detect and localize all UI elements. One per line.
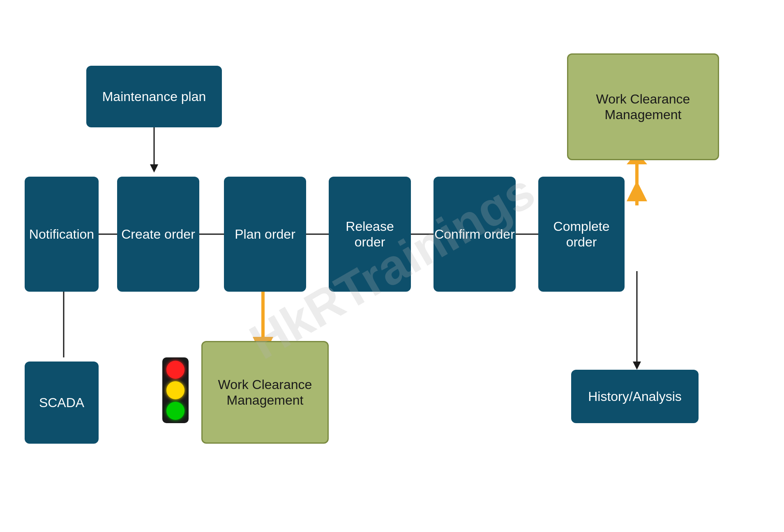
svg-marker-1 — [150, 164, 158, 173]
confirm-order-box: Confirm order — [434, 177, 516, 292]
wcm-bottom-box: Work Clearance Management — [201, 341, 329, 444]
svg-marker-12 — [627, 181, 647, 201]
traffic-light-red — [166, 361, 184, 379]
diagram-container: HkRTrainings Maintenance plan — [0, 0, 784, 532]
history-analysis-box: History/Analysis — [571, 370, 699, 423]
traffic-light-yellow — [166, 381, 184, 399]
traffic-light — [162, 357, 189, 423]
svg-marker-16 — [633, 362, 641, 370]
create-order-box: Create order — [117, 177, 199, 292]
plan-order-box: Plan order — [224, 177, 306, 292]
scada-box: SCADA — [25, 362, 99, 444]
traffic-light-green — [166, 402, 184, 420]
wcm-top-box: Work Clearance Management — [567, 53, 719, 160]
notification-box: Notification — [25, 177, 99, 292]
complete-order-box: Complete order — [538, 177, 625, 292]
maintenance-plan-box: Maintenance plan — [86, 66, 222, 127]
release-order-box: Release order — [329, 177, 411, 292]
